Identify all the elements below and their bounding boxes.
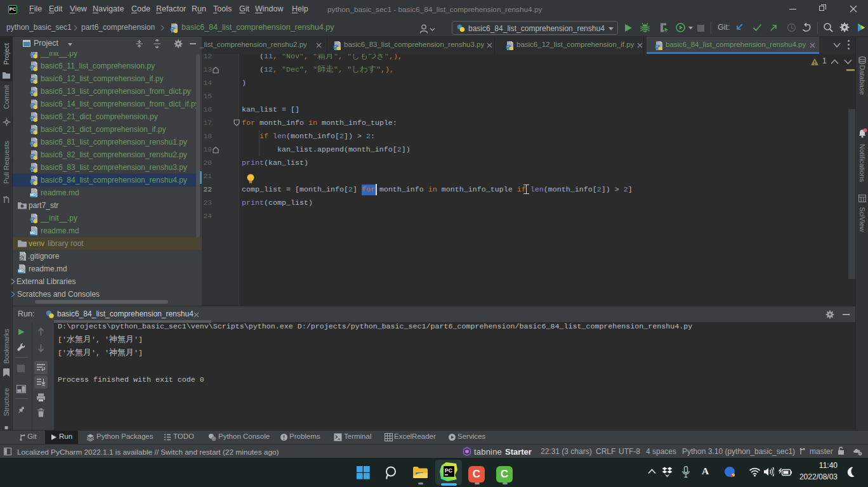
svg-text:PC: PC	[445, 467, 452, 474]
